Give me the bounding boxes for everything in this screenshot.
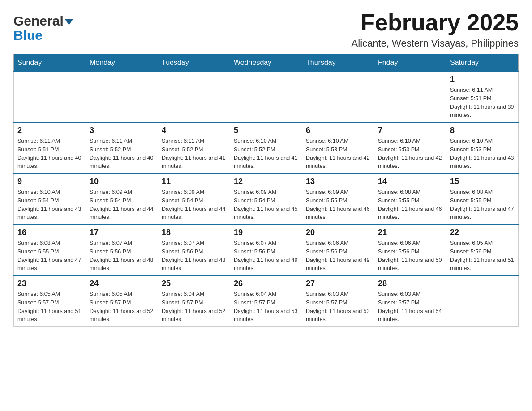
day-info: Sunrise: 6:05 AMSunset: 5:56 PMDaylight:… bbox=[450, 239, 515, 273]
day-number: 5 bbox=[234, 126, 298, 135]
day-number: 3 bbox=[90, 126, 154, 135]
calendar-subtitle: Alicante, Western Visayas, Philippines bbox=[352, 38, 519, 49]
day-number: 17 bbox=[90, 228, 154, 237]
day-number: 25 bbox=[162, 279, 226, 288]
day-info: Sunrise: 6:04 AMSunset: 5:57 PMDaylight:… bbox=[234, 290, 298, 324]
calendar-day-cell bbox=[230, 72, 302, 123]
day-info: Sunrise: 6:06 AMSunset: 5:56 PMDaylight:… bbox=[378, 239, 442, 273]
calendar-day-cell bbox=[86, 72, 158, 123]
calendar-day-cell: 13Sunrise: 6:09 AMSunset: 5:55 PMDayligh… bbox=[302, 174, 374, 225]
calendar-day-cell: 6Sunrise: 6:10 AMSunset: 5:53 PMDaylight… bbox=[302, 123, 374, 174]
day-info: Sunrise: 6:10 AMSunset: 5:54 PMDaylight:… bbox=[17, 188, 82, 222]
day-number: 14 bbox=[378, 177, 442, 186]
calendar-day-cell: 2Sunrise: 6:11 AMSunset: 5:51 PMDaylight… bbox=[14, 123, 86, 174]
calendar-day-cell: 22Sunrise: 6:05 AMSunset: 5:56 PMDayligh… bbox=[446, 225, 519, 276]
day-info: Sunrise: 6:10 AMSunset: 5:52 PMDaylight:… bbox=[234, 137, 298, 171]
calendar-header-row: SundayMondayTuesdayWednesdayThursdayFrid… bbox=[14, 54, 519, 72]
day-number: 1 bbox=[450, 75, 515, 84]
calendar-day-header: Tuesday bbox=[158, 54, 230, 72]
calendar-day-cell: 20Sunrise: 6:06 AMSunset: 5:56 PMDayligh… bbox=[302, 225, 374, 276]
day-number: 8 bbox=[450, 126, 515, 135]
calendar-day-header: Monday bbox=[86, 54, 158, 72]
calendar-day-cell: 17Sunrise: 6:07 AMSunset: 5:56 PMDayligh… bbox=[86, 225, 158, 276]
day-info: Sunrise: 6:06 AMSunset: 5:56 PMDaylight:… bbox=[306, 239, 370, 273]
day-number: 12 bbox=[234, 177, 298, 186]
calendar-day-header: Sunday bbox=[14, 54, 86, 72]
page-header: General Blue February 2025 Alicante, Wes… bbox=[13, 9, 519, 49]
calendar-day-cell bbox=[374, 72, 446, 123]
day-number: 6 bbox=[306, 126, 370, 135]
day-info: Sunrise: 6:03 AMSunset: 5:57 PMDaylight:… bbox=[378, 290, 442, 324]
day-info: Sunrise: 6:10 AMSunset: 5:53 PMDaylight:… bbox=[306, 137, 370, 171]
day-info: Sunrise: 6:11 AMSunset: 5:52 PMDaylight:… bbox=[162, 137, 226, 171]
day-info: Sunrise: 6:05 AMSunset: 5:57 PMDaylight:… bbox=[90, 290, 154, 324]
calendar-day-header: Friday bbox=[374, 54, 446, 72]
day-number: 10 bbox=[90, 177, 154, 186]
calendar-table: SundayMondayTuesdayWednesdayThursdayFrid… bbox=[13, 54, 519, 327]
day-number: 21 bbox=[378, 228, 442, 237]
logo-triangle-icon bbox=[65, 19, 73, 25]
calendar-day-cell bbox=[14, 72, 86, 123]
day-info: Sunrise: 6:10 AMSunset: 5:53 PMDaylight:… bbox=[378, 137, 442, 171]
day-number: 4 bbox=[162, 126, 226, 135]
calendar-title: February 2025 bbox=[352, 9, 519, 36]
calendar-week-row: 9Sunrise: 6:10 AMSunset: 5:54 PMDaylight… bbox=[14, 174, 519, 225]
day-info: Sunrise: 6:08 AMSunset: 5:55 PMDaylight:… bbox=[378, 188, 442, 222]
day-info: Sunrise: 6:09 AMSunset: 5:54 PMDaylight:… bbox=[234, 188, 298, 222]
calendar-week-row: 23Sunrise: 6:05 AMSunset: 5:57 PMDayligh… bbox=[14, 276, 519, 327]
logo-general-text: General bbox=[13, 13, 64, 29]
calendar-day-cell bbox=[446, 276, 519, 327]
calendar-day-cell: 26Sunrise: 6:04 AMSunset: 5:57 PMDayligh… bbox=[230, 276, 302, 327]
calendar-day-cell: 5Sunrise: 6:10 AMSunset: 5:52 PMDaylight… bbox=[230, 123, 302, 174]
calendar-day-header: Wednesday bbox=[230, 54, 302, 72]
day-number: 20 bbox=[306, 228, 370, 237]
day-number: 13 bbox=[306, 177, 370, 186]
day-number: 15 bbox=[450, 177, 515, 186]
calendar-day-cell: 9Sunrise: 6:10 AMSunset: 5:54 PMDaylight… bbox=[14, 174, 86, 225]
calendar-day-header: Thursday bbox=[302, 54, 374, 72]
calendar-day-cell: 24Sunrise: 6:05 AMSunset: 5:57 PMDayligh… bbox=[86, 276, 158, 327]
day-number: 18 bbox=[162, 228, 226, 237]
calendar-day-cell: 19Sunrise: 6:07 AMSunset: 5:56 PMDayligh… bbox=[230, 225, 302, 276]
calendar-day-cell: 8Sunrise: 6:10 AMSunset: 5:53 PMDaylight… bbox=[446, 123, 519, 174]
calendar-day-cell: 27Sunrise: 6:03 AMSunset: 5:57 PMDayligh… bbox=[302, 276, 374, 327]
day-number: 27 bbox=[306, 279, 370, 288]
day-info: Sunrise: 6:11 AMSunset: 5:52 PMDaylight:… bbox=[90, 137, 154, 171]
title-block: February 2025 Alicante, Western Visayas,… bbox=[352, 9, 519, 49]
calendar-day-cell bbox=[158, 72, 230, 123]
calendar-day-cell: 16Sunrise: 6:08 AMSunset: 5:55 PMDayligh… bbox=[14, 225, 86, 276]
calendar-day-cell: 15Sunrise: 6:08 AMSunset: 5:55 PMDayligh… bbox=[446, 174, 519, 225]
day-info: Sunrise: 6:09 AMSunset: 5:54 PMDaylight:… bbox=[90, 188, 154, 222]
calendar-day-cell: 12Sunrise: 6:09 AMSunset: 5:54 PMDayligh… bbox=[230, 174, 302, 225]
day-number: 23 bbox=[17, 279, 82, 288]
day-number: 9 bbox=[17, 177, 82, 186]
calendar-day-header: Saturday bbox=[446, 54, 519, 72]
day-number: 16 bbox=[17, 228, 82, 237]
calendar-day-cell: 18Sunrise: 6:07 AMSunset: 5:56 PMDayligh… bbox=[158, 225, 230, 276]
day-number: 11 bbox=[162, 177, 226, 186]
day-number: 28 bbox=[378, 279, 442, 288]
day-number: 24 bbox=[90, 279, 154, 288]
day-number: 26 bbox=[234, 279, 298, 288]
calendar-day-cell: 7Sunrise: 6:10 AMSunset: 5:53 PMDaylight… bbox=[374, 123, 446, 174]
day-number: 19 bbox=[234, 228, 298, 237]
logo: General Blue bbox=[13, 13, 73, 42]
calendar-day-cell: 28Sunrise: 6:03 AMSunset: 5:57 PMDayligh… bbox=[374, 276, 446, 327]
calendar-day-cell: 11Sunrise: 6:09 AMSunset: 5:54 PMDayligh… bbox=[158, 174, 230, 225]
day-info: Sunrise: 6:03 AMSunset: 5:57 PMDaylight:… bbox=[306, 290, 370, 324]
day-info: Sunrise: 6:09 AMSunset: 5:54 PMDaylight:… bbox=[162, 188, 226, 222]
calendar-day-cell: 3Sunrise: 6:11 AMSunset: 5:52 PMDaylight… bbox=[86, 123, 158, 174]
day-info: Sunrise: 6:09 AMSunset: 5:55 PMDaylight:… bbox=[306, 188, 370, 222]
logo-blue-text: Blue bbox=[13, 29, 43, 42]
calendar-day-cell: 1Sunrise: 6:11 AMSunset: 5:51 PMDaylight… bbox=[446, 72, 519, 123]
calendar-week-row: 1Sunrise: 6:11 AMSunset: 5:51 PMDaylight… bbox=[14, 72, 519, 123]
day-number: 2 bbox=[17, 126, 82, 135]
day-info: Sunrise: 6:11 AMSunset: 5:51 PMDaylight:… bbox=[450, 86, 515, 120]
day-info: Sunrise: 6:11 AMSunset: 5:51 PMDaylight:… bbox=[17, 137, 82, 171]
calendar-week-row: 2Sunrise: 6:11 AMSunset: 5:51 PMDaylight… bbox=[14, 123, 519, 174]
day-number: 7 bbox=[378, 126, 442, 135]
calendar-day-cell: 23Sunrise: 6:05 AMSunset: 5:57 PMDayligh… bbox=[14, 276, 86, 327]
calendar-day-cell: 10Sunrise: 6:09 AMSunset: 5:54 PMDayligh… bbox=[86, 174, 158, 225]
day-info: Sunrise: 6:08 AMSunset: 5:55 PMDaylight:… bbox=[17, 239, 82, 273]
day-info: Sunrise: 6:07 AMSunset: 5:56 PMDaylight:… bbox=[234, 239, 298, 273]
